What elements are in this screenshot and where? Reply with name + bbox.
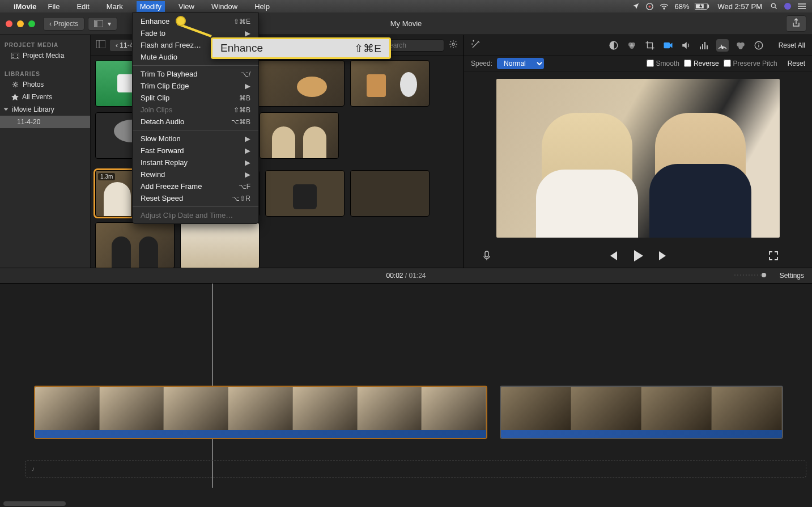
annotation-dot [176,16,186,26]
menu-item-trim-to-playhead[interactable]: Trim To Playhead⌥/ [133,68,258,80]
clip-thumb[interactable] [350,60,430,107]
preserve-pitch-checkbox[interactable]: Preserve Pitch [724,60,777,67]
share-button[interactable] [786,15,806,32]
timeline-clip-2[interactable] [500,386,783,439]
sidebar-imovie-library[interactable]: iMovie Library [0,103,90,116]
sidebar-header-project: PROJECT MEDIA [0,39,90,49]
menu-item-trim-clip-edge[interactable]: Trim Clip Edge▶ [133,80,258,92]
menu-item-split-clip[interactable]: Split Clip⌘B [133,92,258,104]
menu-mark[interactable]: Mark [103,1,126,12]
menu-modify[interactable]: Modify [137,1,165,12]
menu-item-rewind[interactable]: Rewind▶ [133,168,258,180]
dnd-icon[interactable] [645,2,654,11]
svg-rect-23 [707,45,708,49]
projects-button[interactable]: ‹Projects [43,17,84,31]
sidebar-event-11-4-20[interactable]: 11-4-20 [0,116,90,128]
color-correction-icon[interactable] [626,39,638,52]
menu-edit[interactable]: Edit [73,1,92,12]
zoom-slider[interactable] [733,272,773,280]
layout-toggle-icon[interactable] [96,40,105,50]
voiceover-icon[interactable] [483,251,491,263]
svg-rect-19 [664,42,670,48]
menu-extras-icon[interactable] [797,3,806,10]
mac-menubar: iMovie File Edit Mark Modify View Window… [0,0,812,12]
clip-thumb[interactable] [350,170,430,217]
wifi-icon[interactable] [660,3,669,10]
color-balance-icon[interactable] [607,39,620,52]
clip-thumb[interactable] [180,222,260,269]
menu-item-fast-forward[interactable]: Fast Forward▶ [133,145,258,157]
reset-all-button[interactable]: Reset All [779,41,805,49]
svg-rect-21 [702,44,703,49]
reverse-checkbox[interactable]: Reverse [684,60,719,67]
annotation-label: Enhance [220,42,263,54]
svg-rect-9 [95,21,97,27]
menu-item-add-freeze-frame[interactable]: Add Freeze Frame⌥F [133,180,258,192]
menu-item-slow-motion[interactable]: Slow Motion▶ [133,133,258,145]
menu-view[interactable]: View [175,1,198,12]
svg-rect-5 [708,5,709,8]
stabilization-icon[interactable] [662,39,674,52]
noise-reduction-icon[interactable] [698,39,711,52]
clock[interactable]: Wed 2:57 PM [717,2,762,11]
timeline-header: 00:02 / 01:24 Settings [0,268,812,284]
svg-rect-22 [704,42,705,49]
clip-thumb[interactable] [265,170,345,217]
timeline-clip-1[interactable] [34,386,487,439]
siri-icon[interactable] [784,2,792,10]
menu-item-adjust-clip-date-and-time-: Adjust Clip Date and Time… [133,209,258,221]
svg-point-2 [664,8,665,9]
menu-item-reset-speed[interactable]: Reset Speed⌥⇧R [133,192,258,204]
next-button[interactable] [658,251,668,262]
crop-icon[interactable] [644,39,656,52]
info-icon[interactable] [753,39,765,52]
menu-help[interactable]: Help [251,1,273,12]
settings-button[interactable]: Settings [780,272,804,280]
svg-point-31 [762,273,766,277]
dock-hint [3,501,66,506]
gear-icon[interactable] [449,40,458,50]
menu-item-join-clips: Join Clips⇧⌘B [133,104,258,116]
sidebar-header-libraries: LIBRARIES [0,67,90,78]
app-toolbar: ‹Projects ▾ My Movie [0,12,812,35]
reset-button[interactable]: Reset [788,60,805,67]
svg-point-18 [630,44,634,49]
svg-point-1 [649,5,651,7]
clip-thumb[interactable] [260,112,339,159]
playhead-time: 00:02 [386,272,403,280]
timeline[interactable]: ♪ [0,284,812,488]
app-name[interactable]: iMovie [14,2,36,11]
menu-item-enhance[interactable]: Enhance⇧⌘E [133,15,258,27]
sidebar-photos[interactable]: Photos [0,78,90,91]
speed-icon[interactable] [716,39,729,52]
speed-select[interactable]: Normal [497,58,544,69]
volume-icon[interactable] [680,39,692,52]
enhance-wand-icon[interactable] [471,39,481,51]
prev-button[interactable] [608,251,618,262]
sidebar-project-media[interactable]: Project Media [0,49,90,62]
sidebar-all-events[interactable]: All Events [0,91,90,103]
battery-icon[interactable] [695,3,709,10]
annotation-callout: Enhance ⇧⌘E [211,37,391,59]
fullscreen-icon[interactable] [769,251,778,262]
audio-lane[interactable]: ♪ [25,460,806,478]
menu-file[interactable]: File [44,1,63,12]
location-icon[interactable] [632,2,640,10]
speed-label: Speed: [471,60,492,67]
spotlight-icon[interactable] [770,2,778,10]
play-button[interactable] [633,250,643,263]
menu-window[interactable]: Window [208,1,241,12]
svg-rect-29 [485,251,488,257]
total-time: 01:24 [409,272,426,280]
svg-point-27 [738,45,743,49]
menu-item-detach-audio[interactable]: Detach Audio⌥⌘B [133,116,258,128]
menu-item-instant-replay[interactable]: Instant Replay▶ [133,157,258,168]
battery-percent: 68% [674,2,689,11]
svg-point-7 [784,3,791,10]
window-controls[interactable] [6,20,35,27]
sidebar: PROJECT MEDIA Project Media LIBRARIES Ph… [0,35,91,268]
clip-thumb[interactable] [95,222,175,269]
info-filter-icon[interactable] [734,39,747,52]
smooth-checkbox[interactable]: Smooth [647,60,679,67]
media-button[interactable]: ▾ [88,17,117,31]
